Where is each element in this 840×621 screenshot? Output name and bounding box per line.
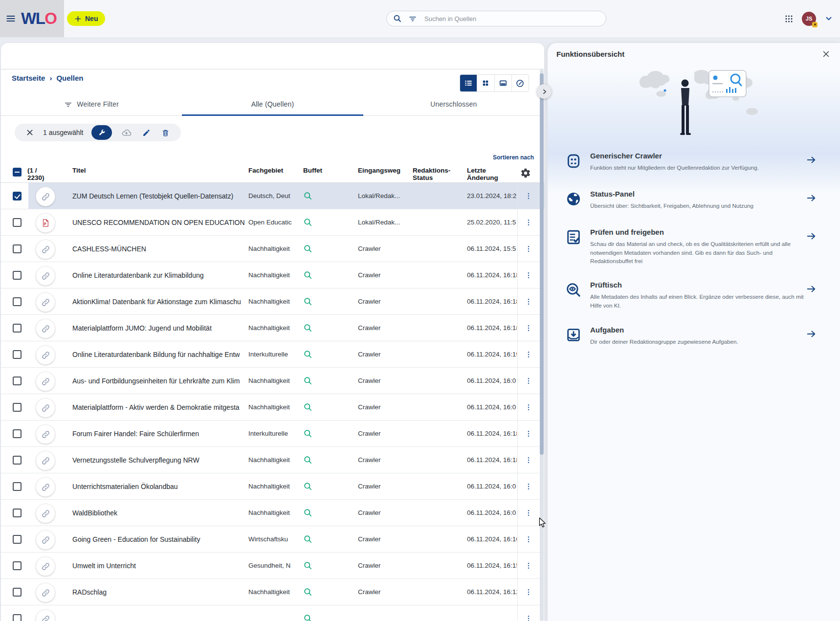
- arrow-right-icon[interactable]: [806, 329, 817, 339]
- row-checkbox[interactable]: [13, 403, 22, 412]
- table-row[interactable]: RADschlag Nachhaltigkeit Crawler 06.11.2…: [1, 579, 544, 605]
- buffet-magnifier-icon[interactable]: [303, 402, 313, 412]
- row-checkbox[interactable]: [13, 429, 22, 438]
- buffet-magnifier-icon[interactable]: [303, 376, 313, 386]
- arrow-right-icon[interactable]: [806, 284, 817, 294]
- row-title[interactable]: Aus- und Fortbildungseinheiten für Lehrk…: [72, 368, 244, 394]
- buffet-magnifier-icon[interactable]: [303, 561, 313, 571]
- table-row[interactable]: Going Green - Education for Sustainabili…: [1, 526, 544, 553]
- row-title[interactable]: Vernetzungsstelle Schulverpflegung NRW: [72, 447, 244, 473]
- row-checkbox[interactable]: [13, 192, 22, 200]
- panel-item-prueftisch[interactable]: Prüftisch Alle Metadaten des Inhalts auf…: [565, 281, 829, 310]
- arrow-right-icon[interactable]: [806, 231, 817, 242]
- row-title[interactable]: Going Green - Education for Sustainabili…: [72, 526, 244, 553]
- hamburger-icon[interactable]: [6, 14, 16, 23]
- row-title[interactable]: Materialplattform - Aktiv werden & Demok…: [72, 394, 244, 421]
- row-title[interactable]: WaldBibliothek: [72, 500, 244, 526]
- row-menu-button[interactable]: [517, 368, 539, 394]
- buffet-magnifier-icon[interactable]: [303, 350, 313, 359]
- row-title[interactable]: Umwelt im Unterricht: [72, 553, 244, 579]
- panel-item-pruefen-und-freigeben[interactable]: Prüfen und freigeben Schau dir das Mater…: [565, 228, 829, 266]
- buffet-magnifier-icon[interactable]: [303, 614, 313, 621]
- row-title[interactable]: Forum Fairer Handel: Faire Schülerfirmen: [72, 421, 244, 447]
- vertical-scrollbar-thumb[interactable]: [540, 73, 544, 455]
- buffet-magnifier-icon[interactable]: [303, 297, 313, 307]
- tab-unerschlossen[interactable]: Unerschlossen: [363, 93, 544, 115]
- row-checkbox[interactable]: [13, 588, 22, 597]
- panel-item-generischer-crawler[interactable]: Generischer Crawler Funktion steht nur M…: [565, 152, 829, 172]
- table-row[interactable]: AktionKlima! Datenbank für Aktionstage z…: [1, 288, 544, 315]
- row-menu-button[interactable]: [517, 236, 539, 262]
- table-row[interactable]: Vernetzungsstelle Schulverpflegung NRW N…: [1, 447, 544, 473]
- table-row[interactable]: [1, 605, 544, 621]
- buffet-magnifier-icon[interactable]: [303, 218, 313, 227]
- row-menu-button[interactable]: [517, 394, 539, 421]
- buffet-magnifier-icon[interactable]: [303, 323, 313, 333]
- chevron-down-icon[interactable]: [824, 14, 833, 23]
- table-row[interactable]: Aus- und Fortbildungseinheiten für Lehrk…: [1, 368, 544, 394]
- row-menu-button[interactable]: [517, 183, 539, 209]
- wrench-action-button[interactable]: [91, 125, 112, 140]
- panel-item-title[interactable]: Generischer Crawler: [590, 152, 811, 160]
- row-checkbox[interactable]: [13, 509, 22, 517]
- header-redaktions-status[interactable]: Redaktions-Status: [413, 167, 458, 181]
- row-menu-button[interactable]: [517, 605, 539, 621]
- table-row[interactable]: Umwelt im Unterricht Gesundheit, N Crawl…: [1, 553, 544, 579]
- row-menu-button[interactable]: [517, 473, 539, 500]
- breadcrumb-quellen[interactable]: Quellen: [56, 74, 83, 82]
- table-row[interactable]: CASHLESS-MÜNCHEN Nachhaltigkeit Crawler …: [1, 236, 544, 262]
- buffet-magnifier-icon[interactable]: [303, 191, 313, 201]
- header-buffet[interactable]: Buffet: [303, 167, 322, 174]
- avatar[interactable]: JS: [802, 12, 816, 26]
- list-view-icon[interactable]: [460, 75, 477, 91]
- breadcrumb-startseite[interactable]: Startseite: [12, 74, 45, 82]
- row-checkbox[interactable]: [13, 456, 22, 465]
- header-eingangsweg[interactable]: Eingangsweg: [358, 167, 400, 174]
- row-checkbox[interactable]: [13, 244, 22, 253]
- panel-close-icon[interactable]: [822, 50, 830, 58]
- buffet-magnifier-icon[interactable]: [303, 482, 313, 491]
- row-menu-button[interactable]: [517, 421, 539, 447]
- table-row[interactable]: Forum Fairer Handel: Faire Schülerfirmen…: [1, 421, 544, 447]
- buffet-magnifier-icon[interactable]: [303, 534, 313, 544]
- row-checkbox[interactable]: [13, 297, 22, 306]
- filter-icon[interactable]: [408, 14, 417, 23]
- search-input[interactable]: [423, 15, 599, 23]
- row-menu-button[interactable]: [517, 341, 539, 368]
- table-row[interactable]: WaldBibliothek Nachhaltigkeit Crawler 06…: [1, 500, 544, 526]
- row-checkbox[interactable]: [13, 377, 22, 385]
- row-menu-button[interactable]: [517, 526, 539, 553]
- row-menu-button[interactable]: [517, 500, 539, 526]
- row-title[interactable]: RADschlag: [72, 579, 244, 605]
- tab-weitere-filter[interactable]: Weitere Filter: [1, 93, 182, 115]
- edit-button[interactable]: [141, 129, 152, 137]
- row-checkbox[interactable]: [13, 614, 22, 621]
- row-title[interactable]: [72, 605, 244, 621]
- row-menu-button[interactable]: [517, 447, 539, 473]
- row-menu-button[interactable]: [517, 209, 539, 236]
- table-row[interactable]: Materialplattform - Aktiv werden & Demok…: [1, 394, 544, 421]
- panel-item-title[interactable]: Aufgaben: [590, 326, 811, 334]
- header-letzte-aenderung[interactable]: Letzte Änderung: [467, 167, 506, 181]
- new-button[interactable]: Neu: [67, 11, 105, 26]
- panel-item-title[interactable]: Status-Panel: [590, 190, 811, 198]
- panel-item-title[interactable]: Prüftisch: [590, 281, 811, 289]
- apps-grid-icon[interactable]: [784, 14, 794, 23]
- row-title[interactable]: Materialplattform JUMO: Jugend und Mobil…: [72, 315, 244, 341]
- row-checkbox[interactable]: [13, 324, 22, 333]
- table-row[interactable]: Online Literaturdatenbank Bildung für na…: [1, 341, 544, 368]
- row-title[interactable]: ZUM Deutsch Lernen (Testobjekt Quellen-D…: [72, 183, 244, 209]
- panel-item-status-panel[interactable]: Status-Panel Übersicht über: Sichtbarkei…: [565, 190, 829, 210]
- row-menu-button[interactable]: [517, 315, 539, 341]
- row-checkbox[interactable]: [13, 271, 22, 280]
- select-all-checkbox[interactable]: [13, 168, 22, 177]
- row-title[interactable]: Online Literaturdatenbank zur Klimabildu…: [72, 262, 244, 288]
- row-menu-button[interactable]: [517, 553, 539, 579]
- cloud-upload-button[interactable]: [120, 128, 133, 138]
- sort-by-link[interactable]: Sortieren nach: [493, 154, 534, 161]
- search-bar[interactable]: [386, 11, 606, 26]
- row-checkbox[interactable]: [13, 535, 22, 544]
- row-checkbox[interactable]: [13, 482, 22, 491]
- panel-expand-button[interactable]: [537, 84, 552, 99]
- wlo-logo[interactable]: WLO: [21, 9, 56, 28]
